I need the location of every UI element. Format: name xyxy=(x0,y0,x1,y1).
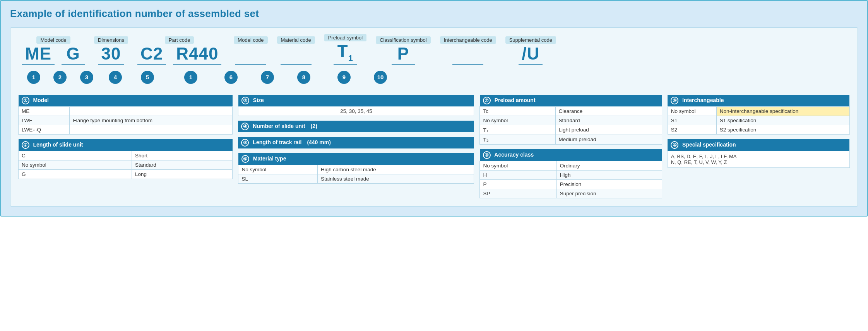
symbol-me: ME xyxy=(19,106,70,116)
table-row: ME xyxy=(19,106,233,116)
label-preload-symbol: Preload symbol xyxy=(324,34,367,41)
code-blank3: __ xyxy=(452,44,483,65)
circle-1b: 1 xyxy=(184,71,197,84)
desc-lweq xyxy=(70,125,233,134)
symbol-nosymbol-2: No symbol xyxy=(19,160,132,169)
code-me: ME xyxy=(22,44,55,65)
circle-6: 6 xyxy=(224,71,238,84)
desc-long: Long xyxy=(132,169,232,179)
circle-2: 2 xyxy=(53,71,67,84)
interchangeable-table: ⑨ Interchangeable No symbol Non-intercha… xyxy=(668,95,850,135)
circle-8: 8 xyxy=(297,71,310,84)
desc-medium: Medium preload xyxy=(555,135,662,144)
circle-inline-7: ⑦ xyxy=(483,97,491,104)
symbol-tc: Tc xyxy=(480,106,555,116)
desc-s2: S2 specification xyxy=(716,125,849,134)
col-2: ③ Size 25, 30, 35, 45 xyxy=(238,95,474,184)
diagram-section: Model code ME G Dimensions xyxy=(18,34,850,84)
preload-table: ⑦ Preload amount Tc Clearance No symbol xyxy=(479,95,662,145)
desc-ordinary: Ordinary xyxy=(556,161,662,170)
circle-inline-4: ④ xyxy=(241,123,249,130)
table-row: T₁ Light preload xyxy=(480,125,662,135)
desc-super: Super precision xyxy=(556,189,662,198)
label-part-code: Part code xyxy=(165,36,194,44)
code-group-p: P xyxy=(392,44,415,65)
size-table: ③ Size 25, 30, 35, 45 xyxy=(238,95,474,116)
code-group-blank1: __ xyxy=(235,44,266,65)
desc-clearance: Clearance xyxy=(555,106,662,116)
table-row: T₂ Medium preload xyxy=(480,135,662,144)
desc-lwe: Flange type mounting from bottom xyxy=(70,116,233,125)
label-dimensions: Dimensions xyxy=(94,36,128,44)
symbol-t1-pre: T₁ xyxy=(480,125,555,135)
symbol-c: C xyxy=(19,151,132,160)
table-row: LWE···Q xyxy=(19,125,233,134)
desc-light: Light preload xyxy=(555,125,662,135)
circle-inline-2: ② xyxy=(22,141,29,149)
circle-4: 4 xyxy=(109,71,122,84)
tables-section: ① Model ME LWE Flange type mounting fr xyxy=(18,95,850,198)
symbol-g: G xyxy=(19,169,132,179)
symbol-nosymbol-pre: No symbol xyxy=(480,116,555,125)
symbol-lweq: LWE···Q xyxy=(19,125,70,134)
table-row: SP Super precision xyxy=(480,189,662,198)
circle-inline-9: ⑨ xyxy=(671,97,678,104)
symbol-lwe: LWE xyxy=(19,116,70,125)
table-row: C Short xyxy=(19,151,233,160)
size-header: ③ Size xyxy=(238,95,474,107)
code-group-g: G xyxy=(62,44,85,65)
desc-standard-pre: Standard xyxy=(555,116,662,125)
length-slide-header: ② Length of slide unit xyxy=(19,139,233,151)
code-blank1: __ xyxy=(235,44,266,65)
code-30: 30 xyxy=(98,44,124,65)
circle-inline-3: ③ xyxy=(241,97,249,104)
code-group-blank3: __ xyxy=(452,44,483,65)
table-row: No symbol Non-interchangeable specificat… xyxy=(668,106,849,116)
num-slide-table: ④ Number of slide unit (2) xyxy=(238,121,474,132)
code-g: G xyxy=(62,44,85,65)
symbol-t2: T₂ xyxy=(480,135,555,144)
code-group-30: 30 xyxy=(98,44,124,65)
code-c2: C2 xyxy=(137,44,166,65)
special-value: A, BS, D, E, F, I , J, L, LF, MA N, Q, R… xyxy=(668,151,849,167)
circle-5: 5 xyxy=(141,71,154,84)
symbol-s1: S1 xyxy=(668,116,716,125)
table-row: No symbol Standard xyxy=(480,116,662,125)
size-value: 25, 30, 35, 45 xyxy=(238,106,474,116)
table-row: No symbol Ordinary xyxy=(480,161,662,170)
code-r440: R440 xyxy=(173,44,221,65)
table-row: No symbol Standard xyxy=(19,160,233,169)
label-material-code: Material code xyxy=(277,36,315,44)
special-table: ⑩ Special specification A, BS, D, E, F, … xyxy=(668,139,850,168)
desc-precision: Precision xyxy=(556,179,662,189)
col-1: ① Model ME LWE Flange type mounting fr xyxy=(18,95,233,179)
label-interchangeable-code: Interchangeable code xyxy=(440,36,496,44)
code-t1: T1 xyxy=(334,42,357,65)
circle-inline-8: ⑧ xyxy=(483,151,491,159)
code-p: P xyxy=(392,44,415,65)
desc-high: High xyxy=(556,170,662,179)
symbol-nosymbol-acc: No symbol xyxy=(480,161,556,170)
circle-9: 9 xyxy=(337,71,351,84)
desc-standard-2: Standard xyxy=(132,160,232,169)
circle-10: 10 xyxy=(374,71,387,84)
desc-highcarbon: High carbon steel made xyxy=(318,165,474,174)
inner-container: Model code ME G Dimensions xyxy=(10,27,858,206)
length-track-table: ⑤ Length of track rail (440 mm) xyxy=(238,137,474,148)
circle-inline-5: ⑤ xyxy=(241,139,249,147)
code-blank2: __ xyxy=(281,44,312,65)
symbol-nosymbol-mat: No symbol xyxy=(238,165,318,174)
label-classification-symbol: Classification symbol xyxy=(376,36,430,44)
code-group-u: /U xyxy=(519,44,543,65)
num-slide-header: ④ Number of slide unit (2) xyxy=(238,121,474,132)
symbol-h: H xyxy=(480,170,556,179)
table-row: H High xyxy=(480,170,662,179)
length-slide-table: ② Length of slide unit C Short No symbol xyxy=(18,139,233,179)
code-group-me: ME xyxy=(22,44,55,65)
table-row: SL Stainless steel made xyxy=(238,174,474,183)
length-track-header: ⑤ Length of track rail (440 mm) xyxy=(238,137,474,148)
circle-inline-6: ⑥ xyxy=(241,155,249,163)
desc-s1: S1 specification xyxy=(716,116,849,125)
circle-7: 7 xyxy=(261,71,274,84)
symbol-sp: SP xyxy=(480,189,556,198)
